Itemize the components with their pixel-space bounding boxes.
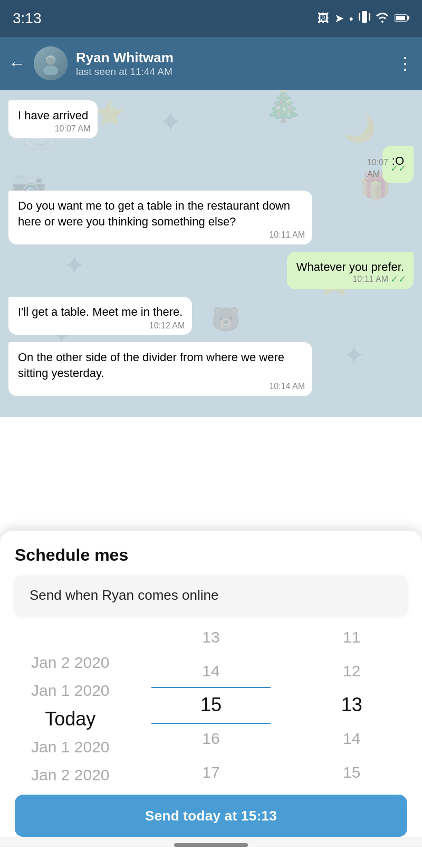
contact-name: Ryan Whitwam [76, 50, 388, 66]
message-2: :O 10:07 AM ✓✓ [382, 146, 414, 184]
svg-text:✦: ✦ [343, 341, 365, 370]
day-item-today[interactable]: Today [0, 705, 141, 733]
message-text: On the other side of the divider from wh… [18, 351, 284, 380]
wifi-icon [376, 11, 389, 26]
header: ← Ryan Whitwam last seen at 11:44 AM ⋮ [0, 37, 422, 90]
svg-rect-1 [359, 13, 360, 21]
minute-item-11[interactable]: 11 [281, 620, 422, 654]
hour-item-15[interactable]: 15 [141, 688, 282, 722]
svg-point-8 [46, 57, 55, 65]
send-button-label: Send today at 15:13 [145, 808, 277, 824]
send-when-online-option[interactable]: Send when Ryan comes online [15, 575, 407, 615]
minute-item-12[interactable]: 12 [281, 654, 422, 688]
hour-item-13[interactable]: 13 [141, 620, 282, 654]
message-time: 10:11 AM ✓✓ [352, 273, 406, 286]
notification-dot: ● [349, 14, 353, 23]
message-text: I have arrived [18, 109, 88, 122]
double-check-icon: ✓✓ [390, 162, 406, 175]
back-button[interactable]: ← [8, 54, 25, 73]
status-bar: 3:13 🖼 ➤ ● [0, 0, 422, 37]
hour-picker-column[interactable]: 13 14 15 16 17 [141, 620, 282, 789]
svg-rect-4 [407, 16, 409, 20]
home-bar [174, 843, 248, 847]
message-time: 10:12 AM [149, 320, 185, 332]
day-item-empty [0, 620, 141, 648]
svg-rect-2 [369, 13, 370, 21]
status-time: 3:13 [13, 10, 42, 27]
schedule-message-sheet: Schedule mes Send when Ryan comes online… [0, 531, 422, 868]
day-item-jan1[interactable]: Jan 1 2020 [0, 677, 141, 705]
chat-area: ☕ ⭐ ✦ 🎄 🌙 📷 🎁 ✦ ✦ ⭐ 🐻 ✦ ✦ I have arrived… [0, 90, 422, 417]
svg-rect-0 [362, 11, 367, 23]
message-text: Whatever you prefer. [296, 260, 404, 273]
minute-item-14[interactable]: 14 [281, 722, 422, 756]
day-item-jan2[interactable]: Jan 2 2020 [0, 648, 141, 676]
sheet-title: Schedule mes [0, 531, 422, 565]
svg-text:🎄: 🎄 [264, 90, 303, 124]
svg-text:⭐: ⭐ [95, 99, 125, 128]
picker-line-bottom [151, 723, 271, 724]
day-item-jan2-below[interactable]: Jan 2 2020 [0, 761, 141, 789]
hour-item-16[interactable]: 16 [141, 722, 282, 756]
send-scheduled-button[interactable]: Send today at 15:13 [15, 795, 407, 837]
message-text: Do you want me to get a table in the res… [18, 199, 290, 228]
status-icons: 🖼 ➤ ● [318, 10, 409, 27]
message-6: On the other side of the divider from wh… [8, 342, 312, 395]
avatar [34, 46, 68, 80]
header-info: Ryan Whitwam last seen at 11:44 AM [76, 50, 388, 78]
message-time: 10:07 AM ✓✓ [367, 157, 406, 180]
vibrate-icon [359, 10, 370, 27]
minute-picker-column[interactable]: 11 12 13 14 15 [281, 620, 422, 789]
last-seen-status: last seen at 11:44 AM [76, 66, 388, 78]
more-options-button[interactable]: ⋮ [397, 53, 414, 73]
hour-item-14[interactable]: 14 [141, 654, 282, 688]
battery-icon [395, 12, 409, 25]
svg-text:🐻: 🐻 [211, 305, 241, 334]
day-picker-column[interactable]: Jan 2 2020 Jan 1 2020 Today Jan 1 2020 J… [0, 620, 141, 789]
day-item-jan1-below[interactable]: Jan 1 2020 [0, 733, 141, 761]
svg-point-7 [43, 65, 58, 75]
hour-item-17[interactable]: 17 [141, 756, 282, 789]
message-4: Whatever you prefer. 10:11 AM ✓✓ [287, 252, 414, 290]
svg-text:✦: ✦ [158, 106, 183, 138]
picker-line-top [151, 687, 271, 688]
message-time: 10:14 AM [269, 381, 305, 392]
svg-text:🌙: 🌙 [343, 112, 376, 144]
image-icon: 🖼 [318, 12, 329, 25]
message-text: I'll get a table. Meet me in there. [18, 305, 183, 318]
message-time: 10:07 AM [55, 123, 91, 135]
send-icon: ➤ [334, 12, 344, 25]
svg-rect-5 [396, 16, 405, 20]
minute-item-15[interactable]: 15 [281, 756, 422, 789]
message-time: 10:11 AM [269, 229, 305, 241]
message-5: I'll get a table. Meet me in there. 10:1… [8, 297, 192, 335]
svg-text:✦: ✦ [63, 251, 85, 280]
minute-item-13[interactable]: 13 [281, 688, 422, 722]
home-indicator [0, 837, 422, 847]
date-time-picker[interactable]: Jan 2 2020 Jan 1 2020 Today Jan 1 2020 J… [0, 615, 422, 795]
double-check-icon: ✓✓ [390, 273, 406, 286]
message-3: Do you want me to get a table in the res… [8, 191, 312, 244]
message-1: I have arrived 10:07 AM [8, 100, 98, 138]
